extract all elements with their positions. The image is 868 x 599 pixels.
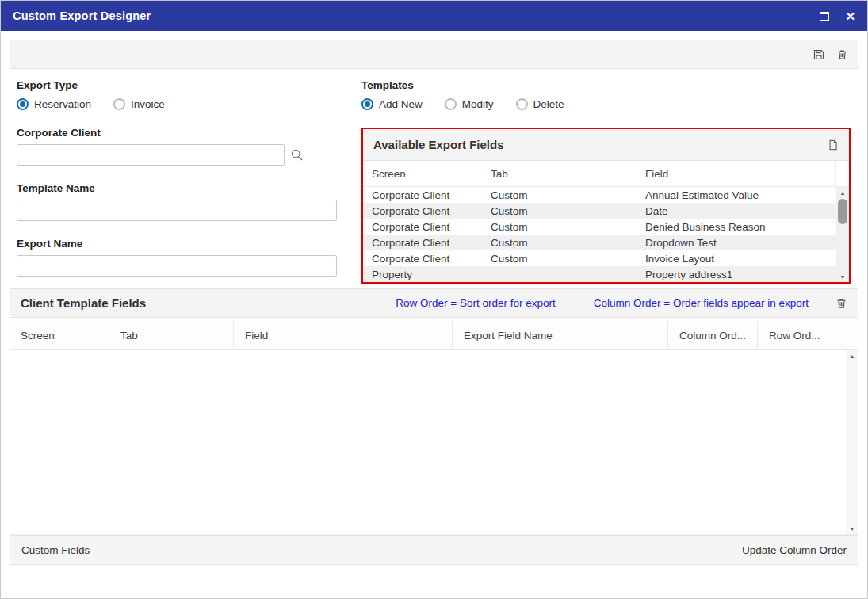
corporate-client-label: Corporate Client (17, 127, 361, 139)
column-header[interactable]: Export Field Name (453, 321, 668, 349)
titlebar: Custom Export Designer ✕ (1, 1, 867, 31)
copy-page-icon[interactable] (828, 139, 839, 151)
corporate-client-field: Corporate Client (17, 127, 361, 166)
radio-icon (113, 98, 125, 110)
table-cell: Denied Business Reason (637, 221, 836, 233)
column-header[interactable]: Tab (482, 168, 637, 180)
table-cell: Corporate Client (363, 189, 482, 201)
radio-label: Delete (533, 98, 564, 110)
radio-label: Modify (462, 98, 494, 110)
maximize-icon[interactable] (820, 12, 829, 21)
column-header[interactable]: Tab (109, 321, 234, 349)
dialog-content: Export Type ReservationInvoice Corporate… (1, 31, 867, 565)
available-export-fields-panel: Available Export Fields ScreenTabField C… (361, 128, 851, 284)
export-type-radios: ReservationInvoice (17, 98, 361, 110)
save-icon[interactable] (813, 48, 825, 61)
radio-delete[interactable]: Delete (516, 98, 564, 110)
titlebar-controls: ✕ (820, 10, 855, 22)
table-row[interactable]: PropertyProperty address1 (363, 266, 836, 282)
custom-fields-button[interactable]: Custom Fields (21, 544, 90, 556)
radio-modify[interactable]: Modify (445, 98, 494, 110)
table-cell: Custom (482, 221, 637, 233)
radio-invoice[interactable]: Invoice (113, 98, 165, 110)
template-name-input[interactable] (17, 200, 337, 221)
column-header[interactable]: Column Ord... (668, 321, 758, 349)
table-cell: Corporate Client (363, 221, 482, 233)
table-row[interactable]: Corporate ClientCustomInvoice Layout (363, 250, 836, 266)
column-header[interactable]: Row Ord... (758, 321, 829, 349)
corporate-client-input[interactable] (17, 144, 285, 166)
search-icon[interactable] (290, 148, 304, 162)
client-template-fields-column-headers: ScreenTabFieldExport Field NameColumn Or… (10, 321, 858, 350)
scrollbar-thumb[interactable] (838, 199, 847, 224)
radio-icon (17, 98, 29, 110)
column-header[interactable]: Field (637, 161, 836, 186)
column-order-link[interactable]: Column Order = Order fields appear in ex… (594, 297, 809, 309)
available-fields-table: Corporate ClientCustomAnnual Estimated V… (363, 187, 849, 282)
table-cell: Property (363, 269, 482, 280)
templates-radios: Add NewModifyDelete (361, 98, 858, 110)
radio-label: Add New (379, 98, 423, 110)
template-name-field: Template Name (17, 182, 361, 221)
close-icon[interactable]: ✕ (845, 10, 855, 22)
table-cell: Invoice Layout (637, 253, 836, 265)
table-row[interactable]: Corporate ClientCustomAnnual Estimated V… (363, 187, 836, 203)
available-fields-title: Available Export Fields (373, 138, 504, 151)
scroll-up-icon[interactable]: ▲ (846, 350, 858, 361)
radio-icon (445, 98, 457, 110)
column-header[interactable]: Field (234, 321, 453, 349)
scroll-down-icon[interactable]: ▼ (846, 523, 858, 534)
table-cell: Date (637, 205, 836, 217)
table-cell: Custom (482, 205, 637, 217)
export-name-input[interactable] (17, 255, 337, 277)
export-type-label: Export Type (17, 79, 361, 91)
available-fields-header: Available Export Fields (363, 129, 849, 161)
client-template-fields-header: Client Template Fields Row Order = Sort … (10, 288, 858, 318)
client-template-fields-scrollbar[interactable]: ▲ ▼ (846, 350, 858, 534)
radio-label: Invoice (131, 98, 165, 110)
template-name-label: Template Name (17, 182, 361, 194)
table-row[interactable]: Corporate ClientCustomDenied Business Re… (363, 219, 836, 235)
table-cell: Corporate Client (363, 205, 482, 217)
radio-icon (516, 98, 528, 110)
export-name-field: Export Name (17, 238, 361, 277)
table-cell: Custom (482, 237, 637, 249)
table-cell: Property address1 (637, 269, 836, 280)
table-cell: Corporate Client (363, 237, 482, 249)
upper-section: Export Type ReservationInvoice Corporate… (10, 79, 858, 284)
available-fields-column-headers: ScreenTabField (363, 161, 849, 187)
column-header[interactable]: Screen (363, 168, 482, 180)
available-fields-scrollbar[interactable]: ▲ ▼ (836, 187, 849, 282)
delete-template-fields-icon[interactable] (835, 297, 847, 310)
delete-icon[interactable] (836, 48, 848, 61)
table-cell: Annual Estimated Value (637, 189, 836, 201)
update-column-order-button[interactable]: Update Column Order (742, 544, 847, 556)
radio-reservation[interactable]: Reservation (17, 98, 91, 110)
top-toolbar (10, 40, 858, 69)
column-header[interactable]: Screen (10, 321, 109, 349)
templates-label: Templates (361, 79, 858, 91)
scroll-down-icon[interactable]: ▼ (836, 271, 849, 282)
table-cell: Custom (482, 253, 637, 265)
right-column: Templates Add NewModifyDelete Available … (361, 79, 858, 284)
custom-export-designer-window: Custom Export Designer ✕ (0, 0, 868, 599)
radio-label: Reservation (34, 98, 91, 110)
radio-add-new[interactable]: Add New (361, 98, 423, 110)
table-cell: Custom (482, 189, 637, 201)
table-cell: Corporate Client (363, 253, 482, 265)
row-order-link[interactable]: Row Order = Sort order for export (396, 297, 555, 309)
table-row[interactable]: Corporate ClientCustomDropdown Test (363, 235, 836, 250)
footer-bar: Custom Fields Update Column Order (10, 535, 858, 565)
radio-icon (361, 98, 373, 110)
export-name-label: Export Name (17, 238, 361, 250)
left-column: Export Type ReservationInvoice Corporate… (10, 79, 361, 284)
scroll-up-icon[interactable]: ▲ (836, 187, 849, 198)
table-row[interactable]: Corporate ClientCustomDate (363, 203, 836, 219)
client-template-fields-table: ▲ ▼ (10, 350, 858, 535)
window-title: Custom Export Designer (13, 10, 151, 22)
table-cell: Dropdown Test (637, 237, 836, 249)
client-template-fields-title: Client Template Fields (21, 296, 146, 310)
